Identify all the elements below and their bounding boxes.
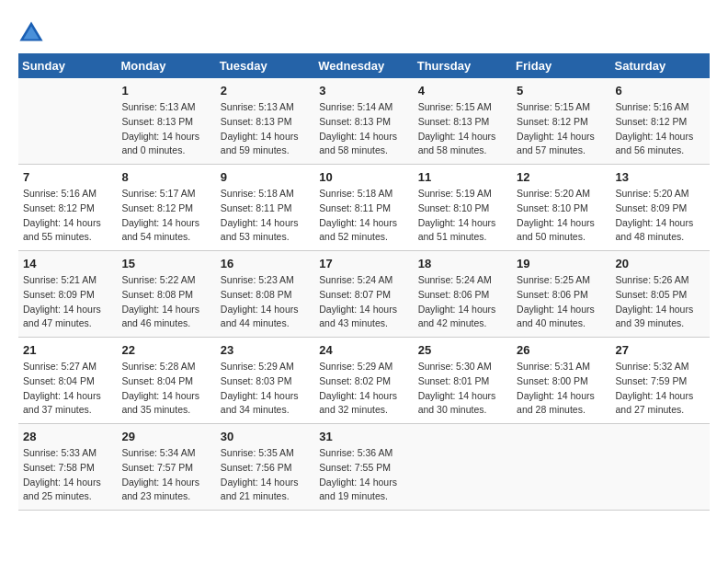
day-number: 13 (616, 170, 705, 184)
day-cell: 5Sunrise: 5:15 AMSunset: 8:12 PMDaylight… (512, 78, 610, 165)
day-cell: 1Sunrise: 5:13 AMSunset: 8:13 PMDaylight… (117, 78, 215, 165)
day-cell: 19Sunrise: 5:25 AMSunset: 8:06 PMDayligh… (512, 251, 610, 338)
day-number: 3 (319, 84, 408, 98)
day-info: Sunrise: 5:13 AMSunset: 8:13 PMDaylight:… (221, 100, 310, 158)
day-info: Sunrise: 5:33 AMSunset: 7:58 PMDaylight:… (23, 446, 112, 504)
week-row-2: 7Sunrise: 5:16 AMSunset: 8:12 PMDaylight… (18, 165, 710, 251)
day-number: 20 (616, 257, 705, 270)
day-info: Sunrise: 5:15 AMSunset: 8:13 PMDaylight:… (418, 100, 507, 158)
day-cell: 8Sunrise: 5:17 AMSunset: 8:12 PMDaylight… (117, 165, 215, 251)
day-number: 17 (319, 257, 408, 270)
day-info: Sunrise: 5:34 AMSunset: 7:57 PMDaylight:… (121, 446, 210, 504)
day-cell: 16Sunrise: 5:23 AMSunset: 8:08 PMDayligh… (216, 251, 314, 338)
day-cell: 9Sunrise: 5:18 AMSunset: 8:11 PMDaylight… (216, 165, 314, 251)
header-wednesday: Wednesday (314, 53, 413, 78)
day-cell: 17Sunrise: 5:24 AMSunset: 8:07 PMDayligh… (314, 251, 413, 338)
header-monday: Monday (117, 53, 215, 78)
day-cell: 18Sunrise: 5:24 AMSunset: 8:06 PMDayligh… (414, 251, 512, 338)
day-info: Sunrise: 5:18 AMSunset: 8:11 PMDaylight:… (221, 187, 310, 245)
day-number: 28 (23, 430, 112, 443)
day-info: Sunrise: 5:17 AMSunset: 8:12 PMDaylight:… (121, 187, 210, 245)
header-thursday: Thursday (414, 53, 512, 78)
day-number: 4 (418, 84, 507, 98)
day-info: Sunrise: 5:24 AMSunset: 8:07 PMDaylight:… (319, 273, 408, 331)
day-info: Sunrise: 5:20 AMSunset: 8:09 PMDaylight:… (616, 187, 705, 245)
day-info: Sunrise: 5:31 AMSunset: 8:00 PMDaylight:… (517, 360, 606, 418)
day-number: 19 (517, 257, 606, 270)
day-number: 29 (121, 430, 210, 443)
page-header (18, 18, 710, 44)
day-info: Sunrise: 5:36 AMSunset: 7:55 PMDaylight:… (319, 446, 408, 504)
day-number: 23 (221, 343, 310, 357)
day-cell: 11Sunrise: 5:19 AMSunset: 8:10 PMDayligh… (414, 165, 512, 251)
day-cell: 4Sunrise: 5:15 AMSunset: 8:13 PMDaylight… (414, 78, 512, 165)
week-row-4: 21Sunrise: 5:27 AMSunset: 8:04 PMDayligh… (18, 338, 710, 424)
day-info: Sunrise: 5:15 AMSunset: 8:12 PMDaylight:… (517, 100, 606, 158)
day-cell: 30Sunrise: 5:35 AMSunset: 7:56 PMDayligh… (216, 424, 314, 511)
day-number: 25 (418, 343, 507, 357)
day-cell (611, 424, 710, 511)
day-cell (512, 424, 610, 511)
day-info: Sunrise: 5:32 AMSunset: 7:59 PMDaylight:… (616, 360, 705, 418)
day-cell: 2Sunrise: 5:13 AMSunset: 8:13 PMDaylight… (216, 78, 314, 165)
day-cell: 28Sunrise: 5:33 AMSunset: 7:58 PMDayligh… (18, 424, 117, 511)
week-row-3: 14Sunrise: 5:21 AMSunset: 8:09 PMDayligh… (18, 251, 710, 338)
day-info: Sunrise: 5:13 AMSunset: 8:13 PMDaylight:… (121, 100, 210, 158)
day-info: Sunrise: 5:25 AMSunset: 8:06 PMDaylight:… (517, 273, 606, 331)
day-cell: 21Sunrise: 5:27 AMSunset: 8:04 PMDayligh… (18, 338, 117, 424)
day-number: 5 (517, 84, 606, 98)
day-info: Sunrise: 5:29 AMSunset: 8:03 PMDaylight:… (221, 360, 310, 418)
day-info: Sunrise: 5:30 AMSunset: 8:01 PMDaylight:… (418, 360, 507, 418)
day-number: 2 (221, 84, 310, 98)
day-cell: 26Sunrise: 5:31 AMSunset: 8:00 PMDayligh… (512, 338, 610, 424)
day-cell: 6Sunrise: 5:16 AMSunset: 8:12 PMDaylight… (611, 78, 710, 165)
day-number: 9 (221, 170, 310, 184)
calendar-table: SundayMondayTuesdayWednesdayThursdayFrid… (18, 53, 710, 511)
day-cell: 23Sunrise: 5:29 AMSunset: 8:03 PMDayligh… (216, 338, 314, 424)
day-info: Sunrise: 5:21 AMSunset: 8:09 PMDaylight:… (23, 273, 112, 331)
day-number: 11 (418, 170, 507, 184)
day-cell: 15Sunrise: 5:22 AMSunset: 8:08 PMDayligh… (117, 251, 215, 338)
day-info: Sunrise: 5:14 AMSunset: 8:13 PMDaylight:… (319, 100, 408, 158)
day-cell: 10Sunrise: 5:18 AMSunset: 8:11 PMDayligh… (314, 165, 413, 251)
day-cell: 25Sunrise: 5:30 AMSunset: 8:01 PMDayligh… (414, 338, 512, 424)
day-info: Sunrise: 5:18 AMSunset: 8:11 PMDaylight:… (319, 187, 408, 245)
week-row-1: 1Sunrise: 5:13 AMSunset: 8:13 PMDaylight… (18, 78, 710, 165)
day-number: 1 (121, 84, 210, 98)
day-info: Sunrise: 5:16 AMSunset: 8:12 PMDaylight:… (616, 100, 705, 158)
day-cell (414, 424, 512, 511)
day-info: Sunrise: 5:19 AMSunset: 8:10 PMDaylight:… (418, 187, 507, 245)
logo-icon (18, 18, 44, 44)
day-cell: 20Sunrise: 5:26 AMSunset: 8:05 PMDayligh… (611, 251, 710, 338)
day-number: 18 (418, 257, 507, 270)
day-cell: 14Sunrise: 5:21 AMSunset: 8:09 PMDayligh… (18, 251, 117, 338)
day-number: 16 (221, 257, 310, 270)
day-info: Sunrise: 5:27 AMSunset: 8:04 PMDaylight:… (23, 360, 112, 418)
day-number: 8 (121, 170, 210, 184)
day-cell: 24Sunrise: 5:29 AMSunset: 8:02 PMDayligh… (314, 338, 413, 424)
day-cell (18, 78, 117, 165)
day-cell: 22Sunrise: 5:28 AMSunset: 8:04 PMDayligh… (117, 338, 215, 424)
day-number: 22 (121, 343, 210, 357)
day-cell: 31Sunrise: 5:36 AMSunset: 7:55 PMDayligh… (314, 424, 413, 511)
day-info: Sunrise: 5:20 AMSunset: 8:10 PMDaylight:… (517, 187, 606, 245)
day-cell: 3Sunrise: 5:14 AMSunset: 8:13 PMDaylight… (314, 78, 413, 165)
header-sunday: Sunday (18, 53, 117, 78)
calendar-header-row: SundayMondayTuesdayWednesdayThursdayFrid… (18, 53, 710, 78)
day-number: 15 (121, 257, 210, 270)
week-row-5: 28Sunrise: 5:33 AMSunset: 7:58 PMDayligh… (18, 424, 710, 511)
day-number: 14 (23, 257, 112, 270)
day-number: 10 (319, 170, 408, 184)
day-number: 26 (517, 343, 606, 357)
day-number: 7 (23, 170, 112, 184)
day-info: Sunrise: 5:16 AMSunset: 8:12 PMDaylight:… (23, 187, 112, 245)
day-number: 12 (517, 170, 606, 184)
header-tuesday: Tuesday (216, 53, 314, 78)
day-number: 31 (319, 430, 408, 443)
day-number: 30 (221, 430, 310, 443)
day-cell: 7Sunrise: 5:16 AMSunset: 8:12 PMDaylight… (18, 165, 117, 251)
header-saturday: Saturday (611, 53, 710, 78)
header-friday: Friday (512, 53, 610, 78)
day-info: Sunrise: 5:26 AMSunset: 8:05 PMDaylight:… (616, 273, 705, 331)
day-info: Sunrise: 5:35 AMSunset: 7:56 PMDaylight:… (221, 446, 310, 504)
